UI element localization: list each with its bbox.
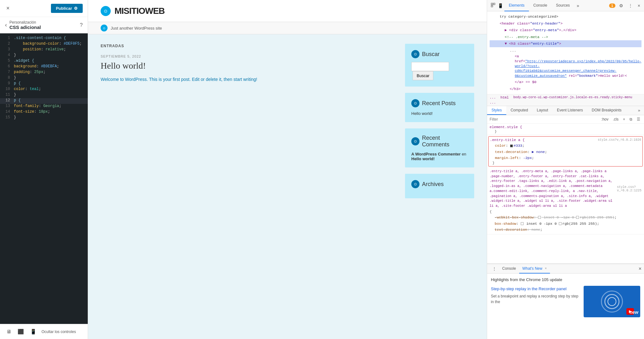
- tab-dom-breakpoints[interactable]: DOM Breakpoints: [587, 106, 626, 115]
- code-line-7: 7padding: 25px;: [0, 70, 88, 76]
- html-line-3[interactable]: ▶ <div class="entry-meta">…</div>: [490, 27, 641, 34]
- search-button[interactable]: Buscar: [413, 71, 433, 80]
- html-line-5[interactable]: ▼ <h3 class="entry-title">: [490, 40, 641, 47]
- element-style-block: element.style { }: [487, 124, 644, 135]
- whats-new-text: Step-by-step replay in the Recorder pane…: [491, 286, 580, 305]
- wp-preview: ⊙ MISITIOWEB ⊙ Just another WordPress si…: [88, 0, 487, 339]
- copy-styles-button[interactable]: ⧉: [628, 116, 634, 122]
- html-line-8[interactable]: </a> == $0: [490, 79, 641, 86]
- search-input[interactable]: [411, 62, 449, 71]
- back-button[interactable]: ‹: [5, 22, 7, 28]
- tab-elements[interactable]: Elements: [504, 0, 529, 11]
- more-tabs-button[interactable]: »: [574, 3, 582, 8]
- entry-title-closing: }: [490, 161, 641, 165]
- whats-new-heading: Highlights from the Chrome 105 update: [491, 277, 640, 282]
- code-line-4: 4}: [0, 53, 88, 59]
- devtools-tab-icons: 1 ⚙ ⋮ ×: [609, 2, 641, 9]
- help-button[interactable]: ?: [80, 22, 83, 28]
- css-editor[interactable]: 1.site-content-contain { 2 background-co…: [0, 33, 88, 324]
- computed-sidebar-button[interactable]: ☰: [636, 116, 641, 122]
- publish-label: Publicar: [56, 6, 72, 11]
- color-swatch: [510, 144, 513, 147]
- more-options-button[interactable]: ⋮: [627, 2, 634, 9]
- inspect-icon-button[interactable]: [490, 2, 497, 9]
- html-line-9[interactable]: </h3>: [490, 86, 641, 93]
- entry-title-selector: .entry-title a {: [490, 138, 525, 142]
- device-toolbar-button[interactable]: 📱: [497, 2, 504, 9]
- entry-title-selector-line: .entry-title a { style.css?v_=6.0.2:1926: [490, 138, 641, 142]
- thumbnail-inner-circle: [604, 294, 619, 309]
- close-whats-new[interactable]: ×: [545, 267, 547, 270]
- archives-icon: ⊙: [411, 180, 419, 188]
- whats-new-tab-label: What's New: [522, 266, 542, 271]
- settings-icon-button[interactable]: ⚙: [618, 2, 625, 9]
- bottom-menu-icon[interactable]: ⋮: [490, 266, 499, 271]
- post-title: Hello world!: [101, 61, 392, 71]
- breadcrumb-ellipsis[interactable]: ...: [490, 96, 496, 99]
- color-prop: color: #333;: [490, 143, 641, 149]
- customizer-section-title: Personalización CSS adicional: [9, 20, 41, 30]
- styles-filter-input[interactable]: [490, 117, 598, 121]
- tablet-view-button[interactable]: ⬛: [16, 327, 25, 336]
- whats-new-content: Highlights from the Chrome 105 update St…: [487, 274, 644, 339]
- styles-tabs: Styles Computed Layout Event Listeners D…: [487, 106, 644, 115]
- wp-header-bar: ⊙ MISITIOWEB: [88, 0, 487, 22]
- cls-filter-button[interactable]: .cls: [612, 116, 620, 122]
- html-line-2[interactable]: <header class="entry-header">: [490, 20, 641, 27]
- publish-button[interactable]: Publicar ⚙: [51, 4, 83, 13]
- whats-new-thumbnail: ▶ new: [584, 286, 640, 317]
- box-shadow-swatch: [521, 222, 524, 225]
- recent-posts-title: ⊙ Recent Posts: [411, 99, 468, 107]
- html-line-4[interactable]: <!-- .entry-meta -->: [490, 34, 641, 41]
- html-line-6[interactable]: ...: [490, 47, 641, 54]
- whats-new-link[interactable]: Step-by-step replay in the Recorder pane…: [491, 286, 580, 292]
- mobile-view-button[interactable]: 📱: [29, 327, 38, 336]
- search-widget: ⊙ Buscar Buscar: [405, 44, 474, 87]
- long-selector: .entry-title a, .entry-meta a, .page-lin…: [490, 169, 617, 209]
- breadcrumb-body[interactable]: body.wp-core-ui.wp-customizer.js.locale-…: [513, 96, 632, 99]
- tab-console-bottom[interactable]: Console: [499, 264, 519, 274]
- tab-layout[interactable]: Layout: [532, 106, 552, 115]
- breadcrumb-html[interactable]: html: [500, 96, 508, 99]
- code-line-8: 8}: [0, 76, 88, 81]
- code-line-15: 15}: [0, 115, 88, 121]
- tab-sources[interactable]: Sources: [552, 0, 574, 11]
- pseudo-filter-button[interactable]: :hov: [600, 116, 610, 122]
- close-devtools-button[interactable]: ×: [636, 2, 641, 9]
- html-line-7[interactable]: <a href="http://reposteriadecaro.xyz/ind…: [490, 54, 641, 79]
- recent-comments-widget: ⊙ Recent Comments A WordPress Commenter …: [405, 128, 474, 167]
- element-style-selector-line: element.style {: [490, 125, 641, 129]
- text-decoration-prop: text-decoration: ▶ none;: [490, 149, 641, 155]
- code-line-11: 11}: [0, 93, 88, 98]
- text-decoration-prop2: text-decoration: none;: [490, 227, 641, 233]
- recent-posts-widget: ⊙ Recent Posts Hello world!: [405, 93, 474, 122]
- webkit-swatch2: [576, 216, 579, 219]
- comment-post-link[interactable]: Hello world!: [411, 156, 435, 161]
- more-styles-tabs[interactable]: »: [634, 106, 644, 115]
- element-style-closing: }: [490, 130, 641, 133]
- breadcrumb-more[interactable]: ...: [490, 101, 496, 105]
- close-bottom-panel-button[interactable]: ×: [639, 266, 641, 272]
- recent-post-item[interactable]: Hello world!: [411, 111, 468, 116]
- tab-event-listeners[interactable]: Event Listeners: [552, 106, 587, 115]
- tab-styles[interactable]: Styles: [487, 106, 506, 115]
- tab-computed[interactable]: Computed: [506, 106, 532, 115]
- code-line-10: 10color: teal;: [0, 87, 88, 93]
- post-excerpt: Welcome to WordPress. This is your first…: [101, 76, 392, 83]
- close-button[interactable]: ×: [5, 4, 11, 13]
- desktop-view-button[interactable]: 🖥: [5, 328, 13, 336]
- html-tree: try category-uncategorized> <header clas…: [487, 11, 644, 94]
- html-line-1[interactable]: try category-uncategorized>: [490, 13, 641, 20]
- tab-whats-new[interactable]: What's New ×: [519, 264, 550, 274]
- box-shadow-swatch2: [559, 222, 562, 225]
- add-style-button[interactable]: +: [622, 116, 626, 122]
- devtools-bottom: ⋮ Console What's New × × Highlights from…: [487, 263, 644, 339]
- tab-console[interactable]: Console: [529, 0, 552, 11]
- box-shadow-prop: box-shadow: inset 0 -1px 0 rgb(255 255 2…: [490, 221, 641, 227]
- wp-main: ENTRADAS SEPTIEMBRE 5, 2022 Hello world!…: [101, 44, 392, 205]
- recent-posts-icon: ⊙: [411, 99, 419, 107]
- tagline-icon: ⊙: [101, 25, 108, 31]
- webkit-box-shadow-prop: -webkit-box-shadow: inset 0 -1px 0 rgb(2…: [490, 214, 641, 221]
- long-selector-block: .entry-title a, .entry-meta a, .page-lin…: [487, 168, 644, 234]
- code-line-3: 3 position: relative;: [0, 47, 88, 53]
